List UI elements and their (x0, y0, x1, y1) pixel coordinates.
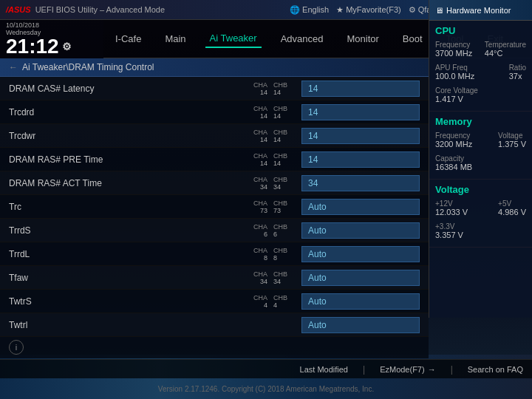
dram-table-row: Trcdwr CHA CHB 14 14 14 (0, 124, 429, 148)
bottom-bar: Last Modified | EzMode(F7) → | Search on… (0, 359, 532, 378)
nav-item-main[interactable]: Main (160, 30, 190, 47)
last-modified-label: Last Modified (300, 365, 348, 374)
nav-item-advanced[interactable]: Advanced (276, 30, 328, 47)
memory-section-title: Memory (435, 116, 526, 127)
mem-freq-label: Frequency (435, 132, 472, 140)
breadcrumb-path: Ai Tweaker\DRAM Timing Control (22, 62, 154, 72)
cpu-section-title: CPU (435, 25, 526, 36)
mem-cap-label: Capacity (435, 154, 526, 163)
dram-table-row: Trcdrd CHA CHB 14 14 14 (0, 100, 429, 124)
hw-memory-section: Memory Frequency 3200 MHz Voltage 1.375 … (429, 112, 532, 180)
mem-freq-value: 3200 MHz (435, 140, 472, 149)
nav-item-monitor[interactable]: Monitor (343, 30, 383, 47)
fan-icon: ⚙ (409, 5, 416, 15)
dram-value-input[interactable]: Auto (301, 199, 420, 215)
dram-setting-name: DRAM RAS# PRE Time (9, 154, 248, 165)
dram-table-row: TwtrS CHA CHB 4 4 Auto (0, 290, 429, 313)
core-v-label: Core Voltage (435, 86, 526, 95)
search-faq-label: Search on FAQ (468, 365, 523, 374)
hw-voltage-section: Voltage +12V 12.033 V +5V 4.986 V +3.3V … (429, 180, 532, 248)
dram-value-input[interactable]: 14 (301, 151, 420, 168)
dram-setting-name: Trcdrd (9, 107, 248, 117)
apu-freq-value: 100.0 MHz (435, 72, 474, 81)
footer: Version 2.17.1246. Copyright (C) 2018 Am… (0, 378, 532, 399)
dram-table-row: Trc CHA CHB 73 73 Auto (0, 195, 429, 219)
v5-value: 4.986 V (498, 208, 526, 216)
dram-value-input[interactable]: Auto (301, 222, 420, 239)
myfavorite-btn[interactable]: ★ MyFavorite(F3) (336, 5, 401, 15)
dram-table-row: DRAM RAS# PRE Time CHA CHB 14 14 14 (0, 148, 429, 171)
voltage-section-title: Voltage (435, 184, 526, 195)
app-title: UEFI BIOS Utility – Advanced Mode (35, 5, 290, 14)
back-arrow-icon[interactable]: ← (9, 62, 18, 72)
main-content: ← Ai Tweaker\DRAM Timing Control DRAM CA… (0, 58, 429, 358)
dram-value-input[interactable]: 14 (301, 104, 420, 120)
myfavorite-label: MyFavorite(F3) (346, 5, 401, 14)
ezmode-btn[interactable]: EzMode(F7) → (380, 365, 436, 374)
dram-value-input[interactable]: 14 (301, 81, 420, 97)
search-faq-btn[interactable]: Search on FAQ (468, 365, 523, 374)
ratio-value: 37x (509, 72, 526, 81)
hw-monitor-title: 🖥 Hardware Monitor (429, 0, 532, 21)
dram-value-input[interactable]: Auto (301, 293, 420, 310)
globe-icon: 🌐 (290, 5, 300, 15)
ezmode-label: EzMode(F7) (380, 365, 425, 374)
dram-table-row: TrrdL CHA CHB 8 8 Auto (0, 242, 429, 266)
datetime-bar: 10/10/2018 Wednesday 21:12 ⚙ (0, 20, 103, 58)
dram-setting-name: DRAM CAS# Latency (9, 83, 248, 94)
cpu-temp-value: 44°C (485, 49, 526, 58)
dram-table-row: DRAM RAS# ACT Time CHA CHB 34 34 34 (0, 171, 429, 195)
cpu-freq-value: 3700 MHz (435, 49, 472, 58)
star-icon: ★ (336, 5, 344, 15)
v5-label: +5V (498, 200, 526, 208)
dram-table-row: Twtrl Auto (0, 313, 429, 337)
mem-voltage-value: 1.375 V (498, 140, 526, 149)
dram-value-input[interactable]: Auto (301, 246, 420, 262)
dram-table-row: Tfaw CHA CHB 34 34 Auto (0, 266, 429, 290)
hw-monitor-panel: 🖥 Hardware Monitor CPU Frequency 3700 MH… (429, 0, 532, 318)
last-modified-btn[interactable]: Last Modified (300, 365, 348, 374)
dram-value-input[interactable]: Auto (301, 270, 420, 286)
nav-item-icafe[interactable]: I-Cafe (111, 30, 146, 47)
footer-text: Version 2.17.1246. Copyright (C) 2018 Am… (158, 385, 374, 393)
dram-setting-name: Trcdwr (9, 131, 248, 141)
dram-setting-name: TrrdS (9, 225, 248, 236)
date-display: 10/10/2018 (6, 21, 98, 29)
language-selector[interactable]: 🌐 English (290, 5, 329, 15)
info-icon-area: i (9, 340, 24, 355)
language-label[interactable]: English (302, 5, 329, 14)
mem-cap-value: 16384 MB (435, 163, 526, 171)
time-display: 21:12 ⚙ (6, 36, 98, 57)
dram-table-row: TrrdS CHA CHB 6 6 Auto (0, 219, 429, 242)
v33-value: 3.357 V (435, 231, 526, 239)
dram-setting-name: Tfaw (9, 273, 248, 283)
dram-setting-name: Twtrl (9, 320, 248, 330)
info-icon[interactable]: i (9, 340, 24, 355)
ezmode-icon: → (428, 365, 436, 374)
hw-cpu-section: CPU Frequency 3700 MHz Temperature 44°C … (429, 21, 532, 112)
nav-item-aitweaker[interactable]: Ai Tweaker (205, 30, 262, 48)
mem-voltage-label: Voltage (498, 132, 526, 140)
dram-setting-name: DRAM RAS# ACT Time (9, 178, 248, 188)
dram-value-input[interactable]: 14 (301, 128, 420, 144)
breadcrumb: ← Ai Tweaker\DRAM Timing Control (0, 58, 429, 77)
dram-value-input[interactable]: Auto (301, 317, 420, 333)
settings-icon[interactable]: ⚙ (62, 41, 72, 52)
core-v-value: 1.417 V (435, 95, 526, 103)
dram-setting-name: TrrdL (9, 249, 248, 259)
apu-freq-label: APU Freq (435, 64, 474, 72)
dram-setting-name: TwtrS (9, 296, 248, 307)
cpu-temp-label: Temperature (485, 41, 526, 49)
dram-table: DRAM CAS# Latency CHA CHB 14 14 14 Trcdr… (0, 77, 429, 353)
v33-label: +3.3V (435, 222, 526, 231)
dram-setting-name: Trc (9, 202, 248, 212)
asus-logo: /ASUS (6, 5, 31, 14)
ratio-label: Ratio (509, 64, 526, 72)
dram-table-row: DRAM CAS# Latency CHA CHB 14 14 14 (0, 77, 429, 100)
monitor-icon: 🖥 (435, 6, 443, 15)
cpu-freq-label: Frequency (435, 41, 472, 49)
nav-item-boot[interactable]: Boot (398, 30, 427, 47)
dram-value-input[interactable]: 34 (301, 175, 420, 191)
v12-label: +12V (435, 200, 468, 208)
v12-value: 12.033 V (435, 208, 468, 216)
